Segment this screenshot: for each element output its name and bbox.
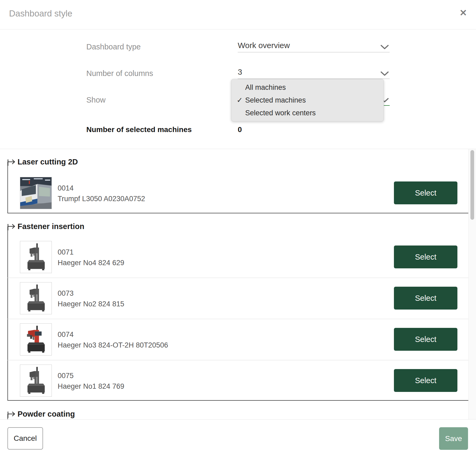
machine-row: 0075Haeger No1 824 769 xyxy=(58,370,124,392)
machine-row: 0014Trumpf L3050 A0230A0752 xyxy=(58,183,145,204)
number-of-columns-value: 3 xyxy=(238,67,242,77)
select-machine-button[interactable]: Select xyxy=(394,181,457,204)
check-icon: ✓ xyxy=(237,94,243,107)
number-of-columns-label: Number of columns xyxy=(86,69,153,78)
cancel-button[interactable]: Cancel xyxy=(7,427,43,450)
dashboard-type-select[interactable]: Work overview xyxy=(238,40,390,52)
haeger-gray-machine-photo xyxy=(20,282,52,314)
save-button[interactable]: Save xyxy=(439,427,468,450)
selected-count-value: 0 xyxy=(238,125,242,134)
select-machine-button[interactable]: Select xyxy=(394,246,457,268)
scrollbar-thumb[interactable] xyxy=(470,150,474,220)
show-dropdown-menu: All machines ✓ Selected machines Selecte… xyxy=(231,79,384,121)
header-divider xyxy=(0,29,476,29)
chevron-down-icon xyxy=(381,45,389,49)
select-machine-button[interactable]: Select xyxy=(394,328,457,351)
selected-count-label: Number of selected machines xyxy=(86,125,192,134)
group-arrow-icon xyxy=(7,158,16,166)
show-label: Show xyxy=(86,96,106,104)
select-machine-button[interactable]: Select xyxy=(394,369,457,392)
form-row-dashboard-type: Dashboard type Work overview xyxy=(0,39,476,55)
row-divider xyxy=(7,360,468,360)
number-of-columns-select[interactable]: 3 xyxy=(238,66,390,79)
machine-name: Haeger No2 824 815 xyxy=(58,299,124,309)
haeger-red-machine-photo xyxy=(20,323,52,356)
group-arrow-icon xyxy=(7,222,16,230)
menu-item-selected-work-centers[interactable]: Selected work centers xyxy=(231,107,384,119)
machine-code: 0014 xyxy=(58,183,145,193)
dashboard-style-modal: Dashboard style ✕ Dashboard type Work ov… xyxy=(0,0,476,457)
machine-row: 0071Haeger No4 824 629 xyxy=(58,247,124,268)
machine-code: 0075 xyxy=(58,370,124,381)
machine-row: 0073Haeger No2 824 815 xyxy=(58,288,124,309)
machine-row: 0074Haeger No3 824-OT-2H 80T20506 xyxy=(58,329,168,350)
form-row-selected-count: Number of selected machines 0 xyxy=(0,122,476,138)
page-title: Dashboard style xyxy=(9,9,72,19)
menu-item-all-machines[interactable]: All machines xyxy=(231,81,384,94)
group-title: Laser cutting 2D xyxy=(18,158,78,166)
machine-group: Powder coating xyxy=(7,414,468,420)
haeger-gray-machine-photo xyxy=(20,365,52,397)
row-divider xyxy=(7,278,468,278)
machine-list: Laser cutting 2D0014Trumpf L3050 A0230A0… xyxy=(0,149,476,420)
close-icon[interactable]: ✕ xyxy=(457,7,469,19)
machine-code: 0074 xyxy=(58,329,168,340)
group-title: Fastener insertion xyxy=(18,222,84,231)
row-divider xyxy=(7,319,468,319)
machine-name: Trumpf L3050 A0230A0752 xyxy=(58,193,145,204)
menu-item-selected-machines[interactable]: ✓ Selected machines xyxy=(231,94,384,107)
machine-code: 0071 xyxy=(58,247,124,257)
chevron-down-icon xyxy=(381,71,389,76)
machine-name: Haeger No4 824 629 xyxy=(58,257,124,268)
machine-name: Haeger No1 824 769 xyxy=(58,381,124,392)
select-machine-button[interactable]: Select xyxy=(394,287,457,310)
haeger-gray-machine-photo xyxy=(20,241,52,273)
dashboard-type-value: Work overview xyxy=(238,41,290,50)
laser-machine-photo xyxy=(20,177,52,209)
group-title: Powder coating xyxy=(18,410,75,418)
machine-name: Haeger No3 824-OT-2H 80T20506 xyxy=(58,340,168,350)
scrollbar-track[interactable] xyxy=(468,149,476,419)
group-arrow-icon xyxy=(7,410,16,418)
machine-code: 0073 xyxy=(58,288,124,299)
dashboard-type-label: Dashboard type xyxy=(86,43,141,51)
